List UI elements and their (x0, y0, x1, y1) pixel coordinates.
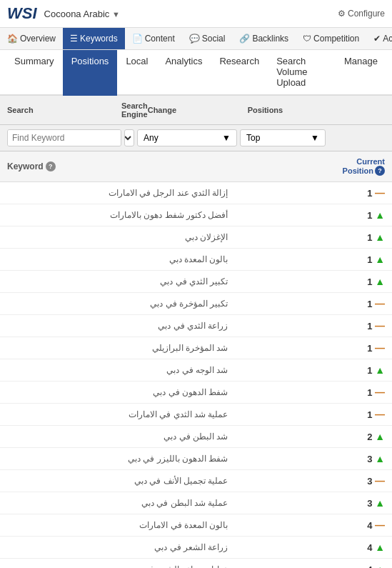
keyword-cell: زراعة الشعر في دبي (0, 537, 235, 559)
position-cell: 2 ▲ (235, 426, 392, 448)
position-cell: 1 — (235, 404, 392, 426)
position-info-icon[interactable]: ? (375, 166, 385, 176)
position-cell: 4 ▲ (235, 537, 392, 559)
table-row: الإغزلان دبي1 ▲ (0, 226, 392, 249)
nav-overview[interactable]: 🏠 Overview (0, 28, 63, 49)
search-wrap: 🔍 (7, 129, 121, 146)
keyword-help-icon[interactable]: ? (46, 161, 56, 171)
change-filter[interactable]: Any ▼ (137, 129, 237, 146)
keyword-cell: شد المؤخرة البرازيلي (0, 337, 235, 359)
keyword-cell: إزالة الثدي عند الرجل في الامارات (0, 182, 235, 204)
keyword-cell: شفط الدهون بالليزر في دبي (0, 448, 235, 470)
page-icon: 📄 (132, 34, 143, 44)
table-row: عملية شد الثدي في الامارات1 — (0, 404, 392, 426)
table-row: بالون المعدة في الامارات4 — (0, 514, 392, 537)
position-cell: 1 ▲ (235, 249, 392, 271)
table-row: شفط الدهون بالليزر في دبي3 ▲ (0, 448, 392, 470)
keyword-cell: زراعة الثدي في دبي (0, 315, 235, 337)
search-label: Search (7, 106, 121, 114)
nav-backlinks[interactable]: 🔗 Backlinks (232, 28, 296, 49)
keyword-cell: أفضل دكتور شفط دهون بالامارات (0, 204, 235, 226)
table-row: بالون المعدة دبي1 ▲ (0, 249, 392, 271)
position-cell: 1 ▲ (235, 271, 392, 293)
table-row: شد الوجه في دبي1 ▲ (0, 359, 392, 382)
keyword-cell: بالون المعدة في الامارات (0, 514, 235, 537)
table-row: شفط الدهون في دبي1 — (0, 382, 392, 404)
position-cell: 4 ▲ (235, 559, 392, 569)
chat-icon: 💬 (189, 34, 200, 44)
table-row: إزالة الثدي عند الرجل في الامارات1 — (0, 182, 392, 204)
up-arrow-icon: ▲ (375, 431, 385, 442)
keyword-cell: عملية تجميل الأنف في دبي (0, 470, 235, 492)
position-cell: 1 ▲ (235, 359, 392, 382)
same-arrow-icon: — (375, 519, 385, 531)
up-arrow-icon: ▲ (375, 231, 385, 243)
nav-social[interactable]: 💬 Social (182, 28, 233, 49)
main-nav: 🏠 Overview ☰ Keywords 📄 Content 💬 Social… (0, 28, 392, 50)
position-filter[interactable]: Top ▼ (240, 129, 326, 146)
table-row: أفضل دكتور شفط دهون بالامارات1 ▲ (0, 204, 392, 226)
up-arrow-icon: ▲ (375, 364, 385, 376)
engine-label: Search Engine (121, 101, 148, 119)
table-row: عملية تجميل الأنف في دبي3 — (0, 470, 392, 492)
filter-labels: Search Search Engine Change Positions (0, 96, 392, 125)
tab-research[interactable]: Research (211, 50, 268, 96)
position-cell: 1 — (235, 382, 392, 404)
position-cell: 4 — (235, 514, 392, 537)
keyword-header: Keyword (7, 161, 44, 171)
position-cell: 3 — (235, 470, 392, 492)
positions-label: Positions (248, 106, 333, 114)
table-row: شد البطن في دبي2 ▲ (0, 426, 392, 448)
keyword-cell: تكبير المؤخرة في دبي (0, 293, 235, 315)
position-cell: 1 — (235, 293, 392, 315)
brand-dropdown[interactable]: ▼ (112, 10, 120, 19)
tab-manage[interactable]: Manage (336, 50, 386, 96)
link-icon: 🔗 (239, 34, 250, 44)
table-row: تكبير المؤخرة في دبي1 — (0, 293, 392, 315)
nav-activities[interactable]: ✔ Activities (366, 28, 392, 49)
same-arrow-icon: — (375, 475, 385, 487)
tab-search-volume-upload[interactable]: Search Volume Upload (268, 50, 336, 96)
up-arrow-icon: ▲ (375, 542, 385, 553)
keyword-cell: شد البطن في دبي (0, 426, 235, 448)
up-arrow-icon: ▲ (375, 497, 385, 509)
keyword-cell: تكبير الثدي في دبي (0, 271, 235, 293)
keyword-cell: شفط الدهون في دبي (0, 382, 235, 404)
keyword-cell: الإغزلان دبي (0, 226, 235, 249)
keyword-cell: شد الوجه في دبي (0, 359, 235, 382)
position-header-label: Position (343, 166, 373, 175)
chevron-down-icon: ▼ (222, 133, 231, 143)
engine-select[interactable]: Google United Arab Emirates Arabic (124, 129, 134, 146)
table-row: زراعة الشعر في دبي4 ▲ (0, 537, 392, 559)
tab-local[interactable]: Local (117, 50, 156, 96)
position-cell: 3 ▲ (235, 492, 392, 514)
nav-competition[interactable]: 🛡 Competition (296, 28, 366, 49)
tab-positions[interactable]: Positions (63, 50, 118, 96)
configure-button[interactable]: ⚙ Configure (338, 9, 385, 19)
logo: WSI (7, 4, 37, 23)
up-arrow-icon: ▲ (375, 209, 385, 221)
same-arrow-icon: — (375, 320, 385, 332)
same-arrow-icon: — (375, 409, 385, 420)
position-cell: 1 — (235, 337, 392, 359)
tab-analytics[interactable]: Analytics (156, 50, 211, 96)
position-cell: 1 — (235, 182, 392, 204)
table-row: عيادات زراعة الشعر في دبي4 ▲ (0, 559, 392, 569)
up-arrow-icon: ▲ (375, 564, 385, 568)
table-row: زراعة الثدي في دبي1 — (0, 315, 392, 337)
nav-keywords[interactable]: ☰ Keywords (63, 28, 125, 49)
tab-summary[interactable]: Summary (6, 50, 63, 96)
home-icon: 🏠 (7, 34, 18, 44)
position-cell: 1 ▲ (235, 226, 392, 249)
up-arrow-icon: ▲ (375, 276, 385, 287)
brand-name: Cocoona Arabic ▼ (44, 9, 120, 19)
top-bar: WSI Cocoona Arabic ▼ ⚙ Configure (0, 0, 392, 28)
same-arrow-icon: — (375, 187, 385, 199)
same-arrow-icon: — (375, 298, 385, 309)
search-input[interactable] (8, 130, 121, 146)
same-arrow-icon: — (375, 342, 385, 354)
nav-content[interactable]: 📄 Content (125, 28, 182, 49)
search-row: 🔍 Google United Arab Emirates Arabic Any… (0, 125, 392, 151)
current-pos-header: Current (356, 157, 385, 166)
position-cell: 1 ▲ (235, 204, 392, 226)
